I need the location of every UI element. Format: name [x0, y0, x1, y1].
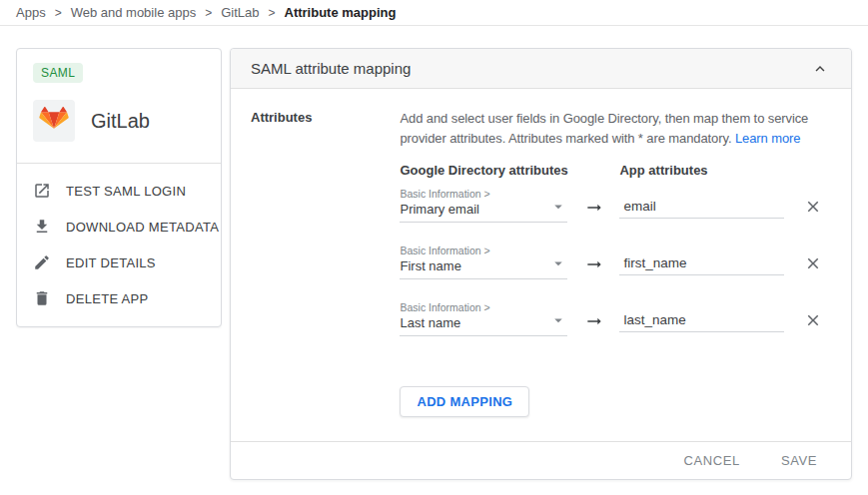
arrow-right-icon [584, 198, 604, 218]
pencil-icon [33, 253, 51, 271]
open-in-new-icon [33, 182, 51, 200]
mapping-column-headers: Google Directory attributes App attribut… [400, 163, 831, 178]
save-button[interactable]: SAVE [779, 449, 819, 472]
download-icon [33, 218, 51, 236]
app-actions-menu: TEST SAML LOGIN DOWNLOAD METADATA EDIT D… [17, 164, 221, 326]
google-directory-attribute-select[interactable]: Basic Information > First name [400, 245, 567, 279]
app-attribute-input[interactable] [619, 198, 784, 219]
edit-details-button[interactable]: EDIT DETAILS [17, 245, 221, 280]
breadcrumb-item-attribute-mapping: Attribute mapping [285, 5, 397, 20]
arrow-right-icon [584, 254, 604, 274]
remove-mapping-icon[interactable] [804, 254, 822, 272]
chevron-up-icon[interactable] [811, 60, 829, 78]
panel-title: SAML attribute mapping [251, 60, 411, 77]
panel-body: Attributes Add and select user fields in… [231, 89, 851, 437]
menu-item-label: DOWNLOAD METADATA [66, 220, 219, 235]
google-directory-attributes-header: Google Directory attributes [400, 163, 619, 178]
mapping-row: Basic Information > Primary email [400, 188, 831, 223]
gitlab-logo [33, 100, 75, 142]
google-directory-attribute-select[interactable]: Basic Information > Primary email [400, 188, 567, 223]
dropdown-arrow-icon [549, 311, 567, 329]
dropdown-arrow-icon [549, 254, 567, 272]
app-attribute-input[interactable] [619, 254, 784, 275]
app-identity: GitLab [17, 83, 221, 163]
menu-item-label: TEST SAML LOGIN [66, 184, 186, 199]
mapping-row: Basic Information > Last name [400, 301, 831, 336]
learn-more-link[interactable]: Learn more [735, 131, 800, 146]
breadcrumb-item-apps[interactable]: Apps [16, 5, 46, 20]
dropdown-arrow-icon [549, 198, 567, 216]
menu-item-label: DELETE APP [66, 291, 148, 306]
add-mapping-button[interactable]: ADD MAPPING [400, 386, 529, 417]
saml-attribute-mapping-panel: SAML attribute mapping Attributes Add an… [230, 48, 852, 480]
arrow-right-icon [584, 311, 604, 331]
download-metadata-button[interactable]: DOWNLOAD METADATA [17, 209, 221, 245]
breadcrumb-item-gitlab[interactable]: GitLab [221, 5, 259, 20]
select-category-label: Basic Information > [400, 188, 567, 201]
app-name: GitLab [91, 110, 150, 133]
panel-header[interactable]: SAML attribute mapping [231, 49, 851, 89]
chevron-right-icon: > [269, 6, 276, 20]
select-value: Last name [400, 314, 460, 331]
cancel-button[interactable]: CANCEL [682, 449, 742, 472]
trash-icon [33, 289, 51, 307]
google-directory-attribute-select[interactable]: Basic Information > Last name [400, 301, 567, 336]
remove-mapping-icon[interactable] [804, 311, 822, 329]
select-value: Primary email [400, 201, 478, 218]
remove-mapping-icon[interactable] [804, 198, 822, 216]
panel-footer: CANCEL SAVE [231, 441, 851, 479]
delete-app-button[interactable]: DELETE APP [17, 280, 221, 316]
app-attribute-input[interactable] [619, 311, 784, 332]
saml-badge: SAML [33, 63, 83, 83]
select-category-label: Basic Information > [400, 245, 567, 257]
breadcrumb-item-web-and-mobile-apps[interactable]: Web and mobile apps [71, 5, 197, 20]
gitlab-tanuki-icon [39, 107, 69, 135]
chevron-right-icon: > [55, 6, 62, 20]
attributes-description: Add and select user fields in Google Dir… [400, 109, 831, 149]
test-saml-login-button[interactable]: TEST SAML LOGIN [17, 173, 221, 209]
chevron-right-icon: > [205, 6, 212, 20]
app-attributes-header: App attributes [619, 163, 707, 178]
select-category-label: Basic Information > [400, 301, 567, 314]
attributes-content: Add and select user fields in Google Dir… [400, 109, 831, 417]
breadcrumb: Apps > Web and mobile apps > GitLab > At… [0, 0, 868, 26]
app-card: SAML GitLab TEST SAML LOGIN [16, 48, 222, 327]
mapping-row: Basic Information > First name [400, 245, 831, 279]
attributes-section-label: Attributes [251, 109, 400, 417]
select-value: First name [400, 257, 460, 274]
menu-item-label: EDIT DETAILS [66, 255, 156, 270]
